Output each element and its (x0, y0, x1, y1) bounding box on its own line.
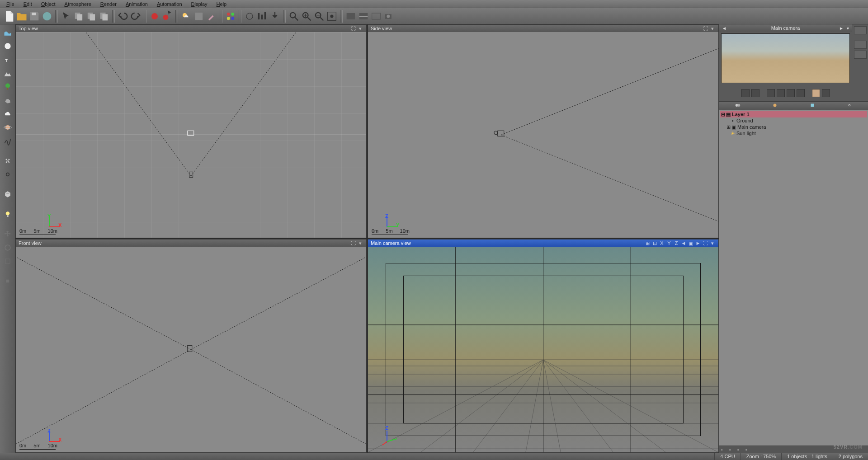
water-tool[interactable] (1, 26, 14, 39)
move-tool[interactable] (1, 228, 14, 240)
menu-edit[interactable]: Edit (19, 0, 37, 8)
preview-prev-icon[interactable]: ◄ (720, 26, 728, 31)
scale-tool[interactable] (1, 255, 14, 268)
vp-tool-icon[interactable]: ⊞ (644, 240, 651, 246)
menu-animation[interactable]: Animation (121, 0, 152, 8)
preview-tool-button[interactable] (777, 89, 785, 97)
planet-tool[interactable] (1, 121, 14, 134)
preview-lock-button[interactable] (812, 89, 820, 97)
library-button[interactable] (854, 41, 867, 49)
menu-object[interactable]: Object (37, 0, 60, 8)
cube-tool[interactable] (1, 188, 14, 201)
front-viewport[interactable]: Front view ⛶ ▾ Z X 0m5m10m (15, 239, 367, 453)
maximize-icon[interactable]: ⛶ (702, 25, 708, 32)
text-tool[interactable]: T (1, 53, 14, 66)
link-tool[interactable] (1, 168, 14, 181)
cloud-tool[interactable] (1, 108, 14, 120)
top-view-canvas[interactable] (16, 32, 366, 238)
camera-view-canvas[interactable] (368, 247, 718, 452)
vp-nav-icon[interactable]: ◄ (680, 240, 687, 246)
select-button[interactable] (60, 10, 72, 23)
maximize-icon[interactable]: ⛶ (350, 25, 356, 32)
tree-item-ground[interactable]: ▪ Ground (720, 117, 867, 124)
curve-tool[interactable] (1, 135, 14, 147)
delete-button[interactable] (98, 10, 110, 23)
menu-automation[interactable]: Automation (152, 0, 187, 8)
options-icon[interactable]: ▾ (709, 240, 716, 246)
vp-y-icon[interactable]: Y (666, 240, 672, 246)
preview-tool-button[interactable] (797, 89, 805, 97)
sphere-tool[interactable] (1, 40, 14, 52)
new-file-button[interactable] (3, 10, 15, 23)
vp-nav-icon[interactable]: ▣ (688, 240, 694, 246)
ventilator-tool[interactable] (1, 155, 14, 167)
paint-button[interactable] (205, 10, 218, 23)
render-region-button[interactable] (161, 10, 174, 23)
menu-file[interactable]: File (2, 0, 19, 8)
display-mode3-button[interactable] (370, 10, 382, 23)
preview-menu-icon[interactable]: ▾ (845, 26, 851, 31)
expand-icon[interactable]: ⊟ (720, 112, 726, 117)
vp-tool-icon[interactable]: ⊡ (651, 240, 658, 246)
menu-render[interactable]: Render (96, 0, 121, 8)
objects-tab[interactable] (719, 101, 756, 110)
top-viewport[interactable]: Top view ⛶ ▾ Y X (15, 24, 367, 238)
preview-thumbnail[interactable] (721, 33, 850, 83)
zoom-fit-button[interactable] (288, 10, 300, 23)
layers-tab[interactable] (794, 101, 831, 110)
open-file-button[interactable] (15, 10, 28, 23)
menu-atmosphere[interactable]: Atmosphere (60, 0, 96, 8)
footer-icon[interactable]: ▪ (737, 447, 743, 452)
preview-tool-button[interactable] (822, 89, 830, 97)
zoom-in-button[interactable] (300, 10, 313, 23)
render-button[interactable] (148, 10, 161, 23)
preview-tool-button[interactable] (787, 89, 795, 97)
camera-viewport[interactable]: Main camera view ⊞ ⊡ X Y Z ◄ ▣ ► ⛶ ▾ (368, 239, 719, 453)
vp-x-icon[interactable]: X (659, 240, 665, 246)
options-icon[interactable]: ▾ (357, 25, 363, 32)
preview-next-icon[interactable]: ► (837, 26, 845, 31)
side-view-canvas[interactable] (368, 32, 718, 238)
display-mode1-button[interactable] (344, 10, 357, 23)
footer-icon[interactable]: ▪ (721, 447, 726, 452)
preview-tool-button[interactable] (741, 89, 750, 97)
links-tab[interactable] (831, 101, 868, 110)
frame-selected-button[interactable] (326, 10, 338, 23)
light-tool[interactable] (1, 208, 14, 221)
copy-button[interactable] (72, 10, 85, 23)
options-icon[interactable]: ▾ (357, 240, 363, 246)
terrain-tool[interactable] (1, 67, 14, 80)
tree-item-sunlight[interactable]: ☀ Sun light (720, 130, 867, 136)
snap-tool[interactable] (1, 275, 14, 287)
footer-icon[interactable]: ▪ (729, 447, 735, 452)
rock-tool[interactable] (1, 94, 14, 107)
preview-tool-button[interactable] (767, 89, 775, 97)
link-button[interactable] (854, 51, 867, 59)
edit-tool-button[interactable] (854, 26, 867, 34)
materials-tab[interactable] (756, 101, 793, 110)
tree-item-camera[interactable]: ⊞ ▣ Main camera (720, 124, 867, 130)
vp-z-icon[interactable]: Z (673, 240, 679, 246)
front-view-canvas[interactable] (16, 247, 366, 452)
layer-row[interactable]: ⊟ ▤ Layer 1 (720, 111, 867, 117)
expand-icon[interactable]: ⊞ (726, 124, 731, 130)
scale-button[interactable] (243, 10, 256, 23)
plant-tool[interactable] (1, 80, 14, 93)
ecosystem-button[interactable] (224, 10, 237, 23)
vp-nav-icon[interactable]: ► (695, 240, 701, 246)
atmosphere-button[interactable] (180, 10, 193, 23)
camera-button[interactable] (382, 10, 395, 23)
options-icon[interactable]: ▾ (709, 25, 716, 32)
rotate-tool[interactable] (1, 241, 14, 254)
display-mode2-button[interactable] (357, 10, 370, 23)
drop-button[interactable] (269, 10, 281, 23)
maximize-icon[interactable]: ⛶ (350, 240, 356, 246)
maximize-icon[interactable]: ⛶ (702, 240, 708, 246)
side-viewport[interactable]: Side view ⛶ ▾ Z Y 0m5m10m (368, 24, 719, 238)
save-button[interactable] (28, 10, 41, 23)
align-button[interactable] (256, 10, 269, 23)
material-button[interactable] (193, 10, 205, 23)
scene-tree[interactable]: ⊟ ▤ Layer 1 ▪ Ground ⊞ ▣ Main camera ☀ S… (719, 110, 868, 446)
undo-button[interactable] (117, 10, 129, 23)
preview-tool-button[interactable] (751, 89, 760, 97)
